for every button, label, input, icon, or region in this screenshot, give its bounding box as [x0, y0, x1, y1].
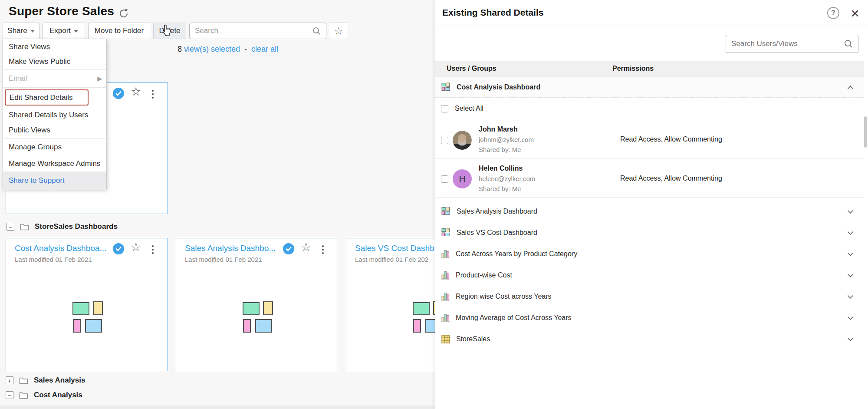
menu-item-email-label: Email — [9, 74, 27, 83]
help-icon[interactable]: ? — [827, 7, 839, 19]
chevron-up-icon[interactable] — [847, 83, 854, 91]
star-icon[interactable]: ☆ — [301, 241, 311, 253]
menu-item-make-views-public[interactable]: Make Views Public — [3, 54, 106, 69]
page-title: Super Store Sales — [9, 4, 114, 18]
kebab-menu-icon[interactable] — [320, 244, 326, 256]
view-row-region-wise-cost[interactable]: Region wise Cost across Years — [435, 286, 864, 307]
folder-label[interactable]: StoreSales Dashboards — [35, 222, 118, 231]
bar-chart-icon — [441, 270, 450, 280]
table-icon — [441, 335, 450, 343]
view-row-sales-analysis-dashboard[interactable]: Sales Analysis Dashboard — [435, 201, 864, 222]
favorite-filter-button[interactable]: ☆ — [330, 23, 347, 39]
chevron-down-icon[interactable] — [847, 250, 854, 258]
view-row-storesales[interactable]: StoreSales — [435, 328, 864, 350]
user-permissions: Read Access, Allow Commenting — [620, 135, 722, 143]
folder-cost-analysis: − Cost Analysis — [6, 391, 82, 399]
chevron-down-icon[interactable] — [847, 314, 854, 322]
dashboard-icon — [441, 228, 450, 237]
select-all-checkbox[interactable] — [441, 105, 448, 112]
chevron-down-icon[interactable] — [847, 293, 854, 300]
user-email: helenc@zylker.com — [479, 175, 535, 182]
view-row-moving-average-cost[interactable]: Moving Average of Cost Across Years — [435, 307, 864, 328]
search-input[interactable] — [195, 26, 312, 35]
star-icon[interactable]: ☆ — [131, 86, 141, 98]
menu-item-edit-shared-details[interactable]: Edit Shared Details — [5, 89, 89, 106]
view-card[interactable]: Cost Analysis Dashboa... Last modified 0… — [6, 238, 168, 371]
folder-sales-analysis: + Sales Analysis — [6, 376, 85, 385]
move-to-folder-button[interactable]: Move to Folder — [88, 23, 150, 39]
user-permissions: Read Access, Allow Commenting — [620, 175, 722, 182]
panel-search — [726, 35, 858, 53]
kebab-menu-icon[interactable] — [150, 244, 155, 256]
user-row: John Marsh johnm@zylker.com Shared by: M… — [435, 120, 864, 159]
selected-count: 8 — [178, 45, 182, 53]
view-row-product-wise-cost[interactable]: Product-wise Cost — [435, 264, 864, 286]
select-all-row: Select All — [435, 99, 864, 118]
star-icon[interactable]: ☆ — [131, 241, 141, 253]
panel-search-input[interactable] — [731, 40, 844, 48]
chevron-down-icon — [30, 30, 35, 33]
selection-bar: 8 view(s) selected - clear all — [135, 45, 321, 54]
user-name: John Marsh — [479, 125, 518, 133]
chevron-down-icon[interactable] — [847, 208, 854, 215]
user-checkbox[interactable] — [441, 175, 448, 183]
menu-item-manage-workspace-admins[interactable]: Manage Workspace Admins — [3, 156, 106, 171]
scrollbar-thumb[interactable] — [864, 116, 867, 148]
card-title[interactable]: Sales VS Cost Dashb — [355, 244, 434, 253]
share-button-label: Share — [7, 26, 27, 35]
view-label: Cost Across Years by Product Category — [456, 250, 577, 258]
menu-item-share-to-support[interactable]: Share to Support — [3, 172, 106, 190]
user-shared-by: Shared by: Me — [479, 185, 521, 192]
dashboard-icon — [441, 207, 450, 216]
delete-button-label: Delete — [159, 26, 180, 35]
folder-label[interactable]: Sales Analysis — [34, 376, 85, 385]
view-card[interactable]: Sales Analysis Dashbo... Last modified 0… — [176, 238, 338, 371]
view-row-sales-vs-cost-dashboard[interactable]: Sales VS Cost Dashboard — [435, 222, 864, 243]
expand-icon[interactable]: + — [6, 376, 13, 384]
collapse-icon[interactable]: − — [7, 223, 14, 231]
group-row-cost-analysis-dashboard[interactable]: Cost Analysis Dashboard — [435, 77, 864, 98]
selected-views-link[interactable]: view(s) selected — [184, 45, 240, 53]
column-permissions: Permissions — [612, 65, 654, 73]
delete-button[interactable]: Delete — [153, 23, 186, 39]
selected-check-icon[interactable] — [113, 88, 124, 99]
chevron-down-icon[interactable] — [847, 335, 854, 343]
dashboard-icon — [441, 82, 450, 92]
card-modified: Last modified 01 Feb 2021 — [15, 256, 92, 263]
search-icon — [844, 40, 853, 48]
folder-icon — [19, 392, 28, 399]
menu-item-shared-details-by-users[interactable]: Shared Details by Users — [3, 107, 106, 122]
selected-check-icon[interactable] — [113, 243, 124, 254]
separator: - — [244, 45, 247, 53]
dashboard-thumbnail — [72, 301, 103, 333]
move-to-folder-label: Move to Folder — [95, 26, 144, 35]
collapse-icon[interactable]: − — [6, 391, 13, 399]
folder-label[interactable]: Cost Analysis — [34, 391, 82, 399]
card-title[interactable]: Sales Analysis Dashbo... — [185, 244, 276, 253]
menu-item-public-views[interactable]: Public Views — [3, 122, 106, 138]
avatar-letter: H — [459, 174, 465, 184]
refresh-icon[interactable] — [118, 7, 130, 20]
folder-icon — [19, 377, 28, 384]
chevron-down-icon[interactable] — [847, 229, 854, 237]
card-title[interactable]: Cost Analysis Dashboa... — [15, 244, 106, 253]
export-button[interactable]: Export — [43, 23, 85, 39]
user-checkbox[interactable] — [441, 137, 448, 144]
kebab-menu-icon[interactable] — [150, 88, 155, 100]
menu-item-manage-groups[interactable]: Manage Groups — [3, 139, 106, 156]
selected-check-icon[interactable] — [283, 243, 294, 254]
folder-storesales-dashboards: − StoreSales Dashboards — [7, 222, 118, 231]
share-button[interactable]: Share — [3, 23, 39, 39]
close-icon[interactable]: × — [851, 3, 859, 23]
bar-chart-icon — [441, 292, 450, 301]
clear-all-link[interactable]: clear all — [251, 45, 278, 53]
bar-chart-icon — [441, 249, 450, 258]
folder-icon — [20, 223, 29, 231]
chevron-down-icon[interactable] — [847, 271, 854, 279]
existing-shared-details-panel: Existing Shared Details ? × Users / Grou… — [435, 0, 868, 409]
table-header: Users / Groups Permissions — [435, 61, 864, 77]
menu-item-share-views[interactable]: Share Views — [3, 40, 106, 54]
search-icon — [312, 27, 321, 35]
view-row-cost-across-years[interactable]: Cost Across Years by Product Category — [435, 243, 864, 264]
avatar — [453, 131, 472, 150]
